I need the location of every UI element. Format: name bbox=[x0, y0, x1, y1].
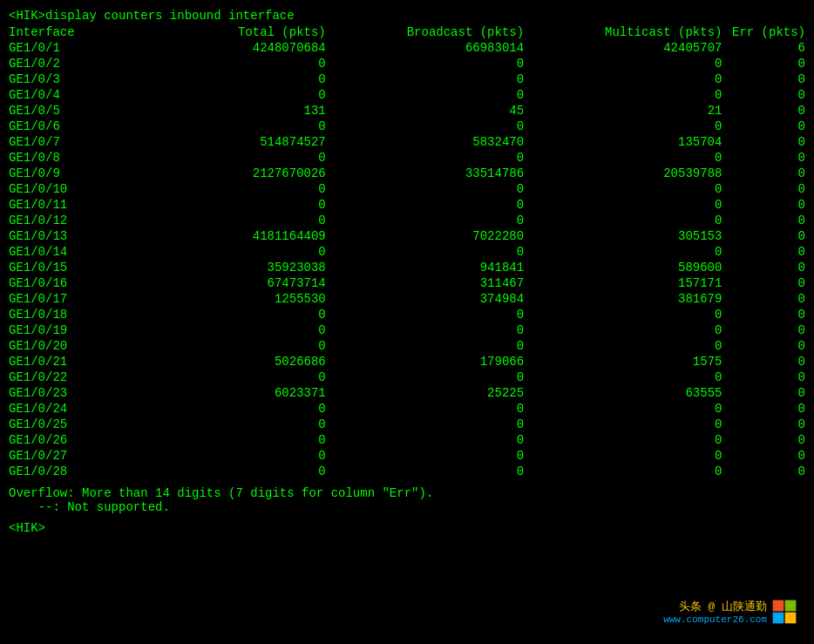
cell-multicast: 589600 bbox=[524, 260, 722, 275]
table-row: GE1/0/80000 bbox=[9, 150, 805, 166]
cell-broadcast: 0 bbox=[326, 244, 524, 260]
table-row: GE1/0/751487452758324701357040 bbox=[9, 134, 805, 150]
cell-total: 514874527 bbox=[127, 134, 325, 150]
cell-err: 0 bbox=[722, 87, 805, 103]
cell-interface: GE1/0/1 bbox=[9, 40, 127, 56]
cell-interface: GE1/0/23 bbox=[9, 385, 127, 401]
cell-total: 0 bbox=[127, 56, 325, 71]
table-row: GE1/0/15359230389418415896000 bbox=[9, 260, 805, 275]
table-row: GE1/0/20000 bbox=[9, 56, 805, 71]
cell-multicast: 42405707 bbox=[524, 40, 722, 56]
cell-total: 1255530 bbox=[127, 291, 325, 307]
cell-interface: GE1/0/24 bbox=[9, 401, 127, 417]
cell-broadcast: 0 bbox=[326, 432, 524, 448]
table-row: GE1/0/100000 bbox=[9, 181, 805, 197]
cell-broadcast: 0 bbox=[326, 448, 524, 464]
cell-interface: GE1/0/14 bbox=[9, 244, 127, 260]
table-row: GE1/0/120000 bbox=[9, 213, 805, 228]
cell-broadcast: 0 bbox=[326, 71, 524, 87]
cell-broadcast: 0 bbox=[326, 213, 524, 228]
footer-line-2: --: Not supported. bbox=[9, 500, 805, 514]
cell-err: 0 bbox=[722, 103, 805, 119]
cell-broadcast: 0 bbox=[326, 119, 524, 134]
cell-err: 0 bbox=[722, 307, 805, 322]
cell-interface: GE1/0/8 bbox=[9, 150, 127, 166]
cell-interface: GE1/0/19 bbox=[9, 322, 127, 338]
cell-multicast: 0 bbox=[524, 322, 722, 338]
cell-total: 0 bbox=[127, 307, 325, 322]
cell-broadcast: 0 bbox=[326, 464, 524, 479]
cell-interface: GE1/0/12 bbox=[9, 213, 127, 228]
cell-interface: GE1/0/11 bbox=[9, 197, 127, 213]
cell-err: 0 bbox=[722, 401, 805, 417]
cell-total: 0 bbox=[127, 119, 325, 134]
cell-total: 0 bbox=[127, 87, 325, 103]
cell-interface: GE1/0/15 bbox=[9, 260, 127, 275]
cell-err: 0 bbox=[722, 275, 805, 291]
cell-total: 0 bbox=[127, 322, 325, 338]
cell-broadcast: 0 bbox=[326, 322, 524, 338]
cell-interface: GE1/0/6 bbox=[9, 119, 127, 134]
col-header-interface: Interface bbox=[9, 24, 127, 40]
cell-multicast: 0 bbox=[524, 401, 722, 417]
table-row: GE1/0/13418116440970222803051530 bbox=[9, 228, 805, 244]
cell-multicast: 305153 bbox=[524, 228, 722, 244]
cell-interface: GE1/0/7 bbox=[9, 134, 127, 150]
watermark-site: www.computer26.com bbox=[663, 614, 767, 625]
cell-total: 6023371 bbox=[127, 385, 325, 401]
cell-err: 0 bbox=[722, 228, 805, 244]
cell-total: 0 bbox=[127, 432, 325, 448]
cell-total: 4248070684 bbox=[127, 40, 325, 56]
cell-broadcast: 25225 bbox=[326, 385, 524, 401]
cell-multicast: 0 bbox=[524, 448, 722, 464]
cell-err: 0 bbox=[722, 432, 805, 448]
cell-broadcast: 179066 bbox=[326, 354, 524, 369]
prompt-end: <HIK> bbox=[9, 519, 805, 537]
cell-broadcast: 0 bbox=[326, 150, 524, 166]
cell-err: 0 bbox=[722, 369, 805, 385]
cell-multicast: 0 bbox=[524, 150, 722, 166]
footer-line-1: Overflow: More than 14 digits (7 digits … bbox=[9, 486, 805, 500]
cell-multicast: 157171 bbox=[524, 275, 722, 291]
col-header-broadcast: Broadcast (pkts) bbox=[326, 24, 524, 40]
cell-total: 2127670026 bbox=[127, 166, 325, 181]
table-row: GE1/0/280000 bbox=[9, 464, 805, 479]
cell-multicast: 20539788 bbox=[524, 166, 722, 181]
cell-multicast: 0 bbox=[524, 244, 722, 260]
cell-err: 0 bbox=[722, 150, 805, 166]
footer-section: Overflow: More than 14 digits (7 digits … bbox=[9, 486, 805, 514]
col-header-multicast: Multicast (pkts) bbox=[524, 24, 722, 40]
cell-interface: GE1/0/21 bbox=[9, 354, 127, 369]
cell-multicast: 0 bbox=[524, 338, 722, 354]
cell-broadcast: 45 bbox=[326, 103, 524, 119]
command-line: <HIK>display counters inbound interface bbox=[9, 7, 805, 24]
svg-rect-3 bbox=[785, 613, 797, 624]
cell-interface: GE1/0/4 bbox=[9, 87, 127, 103]
cell-broadcast: 0 bbox=[326, 181, 524, 197]
table-row: GE1/0/180000 bbox=[9, 307, 805, 322]
cell-interface: GE1/0/18 bbox=[9, 307, 127, 322]
cell-total: 0 bbox=[127, 338, 325, 354]
table-row: GE1/0/220000 bbox=[9, 369, 805, 385]
cell-multicast: 63555 bbox=[524, 385, 722, 401]
cell-err: 0 bbox=[722, 244, 805, 260]
svg-rect-0 bbox=[773, 600, 784, 612]
watermark-block: 头条 @ 山陕通勤 www.computer26.com bbox=[663, 599, 767, 625]
cell-multicast: 0 bbox=[524, 369, 722, 385]
cell-total: 35923038 bbox=[127, 260, 325, 275]
table-row: GE1/0/9212767002633514786205397880 bbox=[9, 166, 805, 181]
cell-err: 0 bbox=[722, 338, 805, 354]
cell-broadcast: 374984 bbox=[326, 291, 524, 307]
col-header-total: Total (pkts) bbox=[127, 24, 325, 40]
cell-multicast: 0 bbox=[524, 56, 722, 71]
watermark: 头条 @ 山陕通勤 www.computer26.com bbox=[663, 599, 797, 625]
cell-multicast: 0 bbox=[524, 197, 722, 213]
cell-multicast: 0 bbox=[524, 87, 722, 103]
cell-err: 0 bbox=[722, 181, 805, 197]
cell-interface: GE1/0/2 bbox=[9, 56, 127, 71]
table-row: GE1/0/270000 bbox=[9, 448, 805, 464]
cell-interface: GE1/0/5 bbox=[9, 103, 127, 119]
cell-err: 0 bbox=[722, 213, 805, 228]
table-row: GE1/0/190000 bbox=[9, 322, 805, 338]
cell-multicast: 0 bbox=[524, 119, 722, 134]
